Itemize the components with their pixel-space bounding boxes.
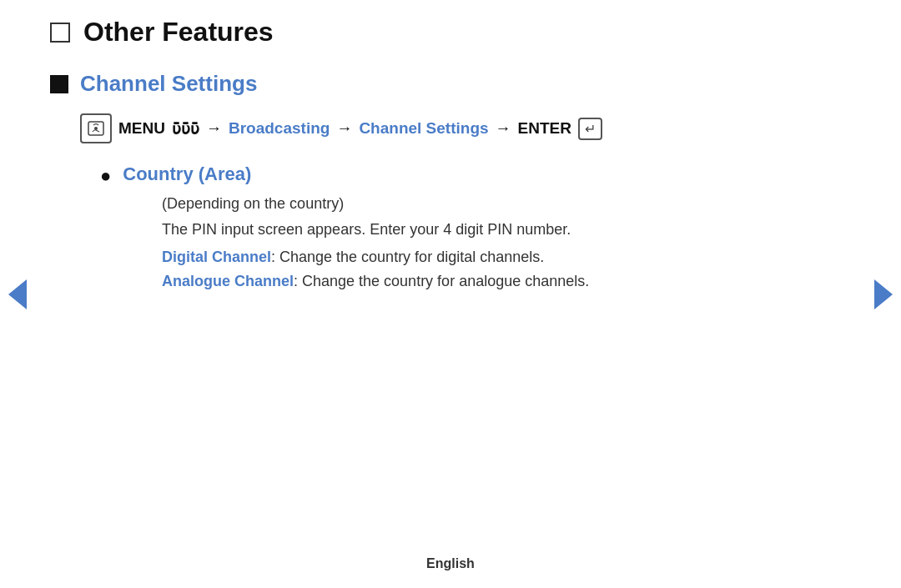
digital-channel-desc: : Change the country for digital channel… xyxy=(271,249,544,265)
bullet-title: Country (Area) xyxy=(123,163,251,185)
nav-arrow-left[interactable] xyxy=(8,279,27,309)
menu-suffix: ῡῡῡ xyxy=(172,119,199,138)
menu-text: MENU xyxy=(118,119,165,138)
footer-language: English xyxy=(426,556,475,571)
depends-text: (Depending on the country) xyxy=(162,195,834,213)
arrow1: → xyxy=(206,119,222,138)
channel-settings-link: Channel Settings xyxy=(359,119,488,138)
page-title-row: Other Features xyxy=(50,17,834,48)
arrow2: → xyxy=(336,119,352,138)
arrow3: → xyxy=(496,119,511,138)
menu-path-row: MENU ῡῡῡ → Broadcasting → Channel Settin… xyxy=(80,113,834,143)
checkbox-icon xyxy=(50,23,70,43)
analogue-channel-label: Analogue Channel xyxy=(162,273,294,289)
content-block: (Depending on the country) The PIN input… xyxy=(162,195,834,290)
bullet-dot: ● xyxy=(100,165,111,187)
nav-arrow-right[interactable] xyxy=(874,279,893,309)
section-square-icon xyxy=(50,75,68,93)
page-container: Other Features Channel Settings MENU ῡῡῡ… xyxy=(0,0,901,314)
bullet-row: ● Country (Area) xyxy=(100,163,834,187)
enter-icon: ↵ xyxy=(578,118,602,140)
analogue-channel-line: Analogue Channel: Change the country for… xyxy=(162,273,834,290)
enter-text: ENTER xyxy=(518,119,571,138)
page-title: Other Features xyxy=(83,17,274,48)
digital-channel-line: Digital Channel: Change the country for … xyxy=(162,249,834,266)
bullet-section: ● Country (Area) (Depending on the count… xyxy=(100,163,834,290)
menu-icon xyxy=(80,113,112,143)
analogue-channel-desc: : Change the country for analogue channe… xyxy=(294,273,589,289)
section-row: Channel Settings xyxy=(50,71,834,97)
digital-channel-label: Digital Channel xyxy=(162,249,271,265)
broadcasting-link: Broadcasting xyxy=(229,119,330,138)
section-title: Channel Settings xyxy=(80,71,257,97)
pin-text: The PIN input screen appears. Enter your… xyxy=(162,221,834,239)
